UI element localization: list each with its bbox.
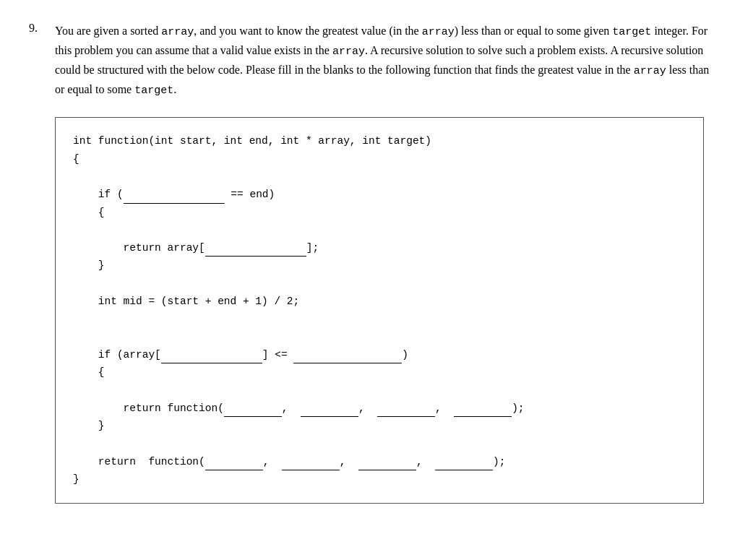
code-empty-5 [73, 328, 686, 346]
blank-4[interactable] [293, 353, 402, 363]
code-block: int function(int start, int end, int * a… [55, 117, 704, 504]
code-if-brace-close: } [73, 257, 686, 275]
code-empty-7 [73, 435, 686, 453]
code-array-3: array [332, 46, 365, 58]
code-if-brace-open: { [73, 204, 686, 222]
blank-3[interactable] [161, 353, 262, 363]
code-array-4: array [634, 65, 666, 77]
blank-10[interactable] [282, 460, 340, 470]
code-empty-4 [73, 310, 686, 328]
blank-2[interactable] [205, 246, 306, 257]
code-if-array-line: if (array[] <= ) [73, 346, 686, 364]
blank-6[interactable] [301, 407, 358, 417]
blank-9[interactable] [205, 460, 263, 470]
blank-8[interactable] [454, 407, 512, 417]
question-body: You are given a sorted array, and you wa… [55, 22, 711, 100]
code-signature: int function(int start, int end, int * a… [73, 132, 686, 150]
code-target-2: target [134, 85, 173, 97]
code-return-array: return array[]; [73, 239, 686, 257]
blank-7[interactable] [377, 407, 435, 417]
code-if-array-brace-close: } [73, 417, 686, 435]
code-array-2: array [422, 26, 455, 38]
blank-11[interactable] [358, 460, 416, 470]
code-mid-line: int mid = (start + end + 1) / 2; [73, 293, 686, 311]
code-empty-2 [73, 221, 686, 239]
blank-12[interactable] [435, 460, 493, 470]
blank-1[interactable] [124, 194, 225, 204]
code-if-array-brace-open: { [73, 363, 686, 382]
code-target-1: target [612, 26, 651, 38]
code-if-line: if ( == end) [73, 186, 686, 204]
blank-5[interactable] [224, 407, 282, 417]
code-empty-3 [73, 275, 686, 293]
question-number: 9. [29, 22, 46, 100]
code-empty-6 [73, 382, 686, 400]
code-close-brace: } [73, 470, 686, 488]
code-empty-1 [73, 168, 686, 186]
question-9: 9. You are given a sorted array, and you… [29, 22, 711, 100]
code-return-func2: return function(, , , ); [73, 453, 686, 471]
code-return-func1: return function(, , , ); [73, 400, 686, 418]
code-open-brace: { [73, 150, 686, 168]
code-array-1: array [161, 26, 194, 38]
